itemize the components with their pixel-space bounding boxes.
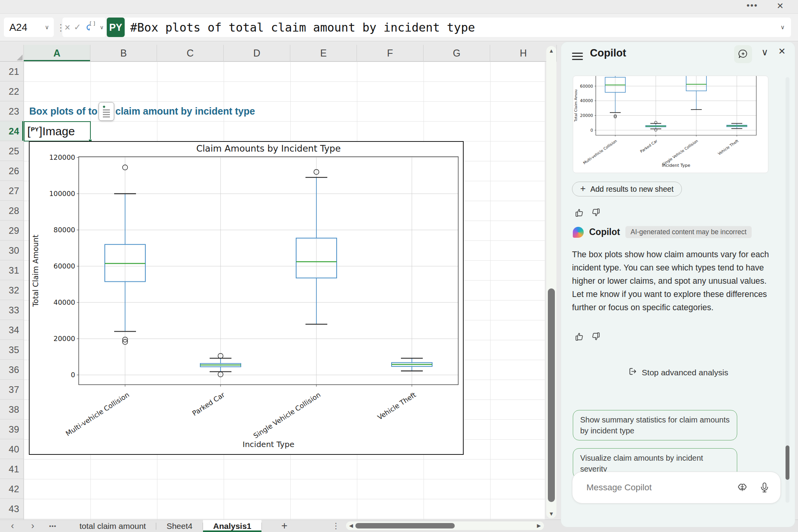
svg-text:0: 0	[590, 128, 593, 133]
formula-input-area[interactable]: PY #Box plots of total claim amount by i…	[107, 18, 791, 37]
collapse-chevron-icon[interactable]: ∨	[761, 47, 768, 58]
sheet-nav-next-icon[interactable]: ›	[31, 520, 34, 532]
column-header-B[interactable]: B	[90, 45, 157, 62]
new-chat-icon[interactable]	[734, 45, 752, 63]
grid-vscrollbar[interactable]: ▲ ▼	[546, 46, 556, 518]
panel-close-icon[interactable]: ×	[779, 44, 786, 58]
message-input[interactable]	[586, 472, 730, 503]
row-header-41[interactable]: 41	[0, 459, 23, 479]
stop-advanced-analysis-button[interactable]: Stop advanced analysis	[561, 366, 795, 378]
main-chart-svg: 020000400006000080000100000120000Multi-v…	[30, 142, 463, 454]
thumbs-up-icon[interactable]	[574, 207, 585, 218]
row-header-38[interactable]: 38	[0, 399, 23, 419]
row-header-40[interactable]: 40	[0, 439, 23, 459]
copilot-panel: Copilot ∨ × 0200004000060000Multi-vehicl…	[561, 42, 795, 527]
row-header-33[interactable]: 33	[0, 300, 23, 320]
row-header-22[interactable]: 22	[0, 81, 23, 101]
embedded-chart-image[interactable]: 020000400006000080000100000120000Multi-v…	[29, 141, 464, 455]
window-more-icon[interactable]: •••	[747, 0, 758, 11]
panel-scrollbar[interactable]	[786, 77, 789, 503]
thumbs-down-icon[interactable]	[590, 331, 601, 342]
mini-chart-card[interactable]: 0200004000060000Multi-vehicle CollisionP…	[573, 76, 768, 173]
row-header-25[interactable]: 25	[0, 141, 23, 161]
column-header-F[interactable]: F	[357, 45, 424, 62]
select-all-corner[interactable]	[0, 45, 24, 62]
mini-chart-svg: 0200004000060000Multi-vehicle CollisionP…	[573, 76, 768, 173]
brain-icon[interactable]	[736, 482, 748, 495]
column-header-G[interactable]: G	[424, 45, 490, 62]
column-header-A[interactable]: A	[24, 45, 90, 62]
name-box[interactable]: A24 ∨	[4, 18, 54, 37]
row-header-27[interactable]: 27	[0, 181, 23, 201]
select-all-triangle-icon	[17, 55, 23, 60]
formula-bar: A24 ∨ ⋮ × ✓ [ ] ∨ PY #Box plots of total…	[0, 14, 798, 41]
scroll-down-icon[interactable]: ▼	[546, 511, 556, 517]
row-header-21[interactable]: 21	[0, 62, 23, 81]
row-header-42[interactable]: 42	[0, 479, 23, 499]
panel-scrollbar-thumb[interactable]	[786, 445, 789, 480]
cancel-icon[interactable]: ×	[65, 22, 71, 33]
thumbs-down-icon[interactable]	[590, 207, 601, 218]
suggestion-chip-1[interactable]: Show summary statistics for claim amount…	[573, 410, 737, 440]
svg-text:20000: 20000	[580, 113, 593, 118]
sheet-tab-total-claim-amount[interactable]: total claim amount	[69, 520, 156, 532]
sheet-tab-analysis1[interactable]: Analysis1	[203, 520, 261, 532]
scroll-up-icon[interactable]: ▲	[546, 48, 556, 54]
svg-text:Total Claim Amount: Total Claim Amount	[31, 235, 40, 307]
row-header-24[interactable]: 24	[0, 121, 23, 141]
column-header-E[interactable]: E	[290, 45, 357, 62]
add-results-label: Add results to new sheet	[590, 185, 674, 194]
column-headers: ABCDEFGH	[0, 45, 545, 62]
data-card-icon[interactable]	[99, 102, 114, 121]
grid-hscrollbar-thumb[interactable]	[355, 523, 455, 528]
row-header-30[interactable]: 30	[0, 240, 23, 260]
sheet-nav-prev-icon[interactable]: ‹	[11, 520, 14, 532]
sheet-tab-sheet4[interactable]: Sheet4	[156, 520, 203, 532]
svg-text:20000: 20000	[53, 335, 75, 343]
row-header-23[interactable]: 23	[0, 101, 23, 121]
copilot-message: The box plots show how claim amounts var…	[572, 248, 770, 314]
python-insert-icon[interactable]: [ ]	[85, 20, 96, 34]
row-header-29[interactable]: 29	[0, 221, 23, 240]
thumbs-up-icon[interactable]	[574, 331, 585, 342]
scroll-left-icon[interactable]: ◀	[349, 521, 353, 530]
row-header-32[interactable]: 32	[0, 280, 23, 300]
row-header-31[interactable]: 31	[0, 260, 23, 280]
mic-icon[interactable]	[759, 482, 770, 495]
copilot-logo-icon	[573, 227, 584, 238]
name-box-chevron-icon[interactable]: ∨	[45, 24, 49, 31]
row-header-26[interactable]: 26	[0, 161, 23, 181]
grid-vscrollbar-thumb[interactable]	[548, 288, 555, 502]
confirm-icon[interactable]: ✓	[74, 22, 81, 32]
window-close-icon[interactable]: ×	[777, 0, 783, 12]
svg-text:Parked Car: Parked Car	[191, 391, 226, 417]
column-header-C[interactable]: C	[157, 45, 224, 62]
row-header-37[interactable]: 37	[0, 380, 23, 399]
active-cell[interactable]: [PY]Image	[24, 121, 91, 141]
row-header-39[interactable]: 39	[0, 419, 23, 439]
row-header-34[interactable]: 34	[0, 320, 23, 340]
add-results-button[interactable]: + Add results to new sheet	[572, 182, 682, 196]
column-header-D[interactable]: D	[224, 45, 290, 62]
svg-text:Multi-vehicle Collision: Multi-vehicle Collision	[582, 139, 618, 165]
row-header-36[interactable]: 36	[0, 360, 23, 380]
insert-chevron-icon[interactable]: ∨	[100, 24, 104, 30]
formula-expand-chevron-icon[interactable]: ∨	[780, 24, 785, 31]
svg-text:120000: 120000	[49, 154, 75, 161]
svg-text:0: 0	[71, 371, 75, 379]
svg-text:Total Claim Amou: Total Claim Amou	[574, 90, 578, 122]
svg-text:Multi-vehicle Collision: Multi-vehicle Collision	[64, 391, 131, 438]
sheet-nav-more-icon[interactable]: •••	[49, 520, 56, 532]
scroll-right-icon[interactable]: ▶	[537, 521, 541, 530]
ai-disclaimer-badge: AI-generated content may be incorrect	[625, 226, 752, 238]
grid-hscrollbar[interactable]: ◀ ▶	[346, 521, 544, 530]
row-header-35[interactable]: 35	[0, 340, 23, 360]
copilot-attribution: Copilot AI-generated content may be inco…	[573, 226, 752, 238]
add-sheet-button[interactable]: +	[281, 520, 288, 532]
row-header-43[interactable]: 43	[0, 499, 23, 519]
row-header-28[interactable]: 28	[0, 201, 23, 221]
suggestion-chips: Show summary statistics for claim amount…	[573, 410, 737, 479]
formula-text[interactable]: #Box plots of total claim amount by inci…	[130, 21, 780, 34]
menu-icon[interactable]	[572, 53, 583, 54]
sheet-menu-icon[interactable]: ⋮	[332, 520, 340, 532]
